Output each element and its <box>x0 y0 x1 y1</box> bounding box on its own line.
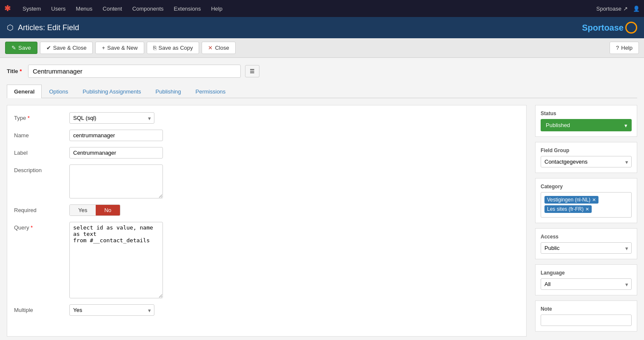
save-close-button[interactable]: ✔ Save & Close <box>40 42 93 54</box>
access-select[interactable]: Public Registered Special <box>541 242 632 254</box>
save-label: Save <box>18 45 31 51</box>
note-card: Note <box>535 300 637 332</box>
tab-options[interactable]: Options <box>42 85 75 98</box>
nav-users[interactable]: Users <box>46 0 71 17</box>
save-copy-label: Save as Copy <box>159 45 193 51</box>
tabs: General Options Publishing Assignments P… <box>7 85 637 98</box>
label-label: Label <box>14 147 65 156</box>
external-link-icon: ↗ <box>623 6 628 12</box>
status-button[interactable]: Published <box>541 119 632 131</box>
tab-permissions[interactable]: Permissions <box>188 85 233 98</box>
puzzle-icon: ⬡ <box>7 23 14 32</box>
topbar: ✱ System Users Menus Content Components … <box>0 0 644 17</box>
query-label: Query <box>14 222 65 231</box>
type-select-wrapper: SQL (sql) <box>69 112 154 124</box>
header-bar: ⬡ Articles: Edit Field Sportoase <box>0 17 644 38</box>
language-label: Language <box>541 270 632 276</box>
status-field-label: Status <box>541 110 632 116</box>
language-select[interactable]: All <box>541 278 632 290</box>
form-section: Type SQL (sql) Name Label Description <box>7 105 527 337</box>
tab-publishing-assignments[interactable]: Publishing Assignments <box>75 85 148 98</box>
required-yes-button[interactable]: Yes <box>70 205 96 215</box>
site-link[interactable]: Sportoase ↗ <box>596 6 628 12</box>
save-copy-button[interactable]: ⎘ Save as Copy <box>147 42 199 54</box>
name-label: Name <box>14 130 65 139</box>
title-row: Title * ☰ <box>7 65 637 78</box>
save-new-label: Save & New <box>107 45 138 51</box>
close-icon: ✕ <box>208 45 213 51</box>
multiple-row: Multiple Yes No <box>14 304 519 316</box>
main-content: Title * ☰ General Options Publishing Ass… <box>0 58 644 340</box>
category-tag-lessites-close[interactable]: ✕ <box>585 207 589 212</box>
nav-help[interactable]: Help <box>206 0 228 17</box>
name-row: Name <box>14 130 519 141</box>
help-label: Help <box>621 45 633 51</box>
nav-extensions[interactable]: Extensions <box>169 0 206 17</box>
save-new-button[interactable]: + Save & New <box>95 42 144 54</box>
sidebar-section: Status Published Field Group Contactgege… <box>535 105 637 337</box>
language-card-body: Language All <box>536 265 637 295</box>
description-label: Description <box>14 164 65 173</box>
title-input[interactable] <box>28 65 241 78</box>
tab-publishing[interactable]: Publishing <box>148 85 188 98</box>
multiple-label: Multiple <box>14 304 65 313</box>
tab-general[interactable]: General <box>7 85 42 98</box>
save-close-label: Save & Close <box>53 45 87 51</box>
required-label: Required <box>14 204 65 213</box>
help-button[interactable]: ? Help <box>610 42 639 54</box>
query-row: Query select id as value, name as text f… <box>14 222 519 298</box>
save-button[interactable]: ✎ Save <box>5 42 37 54</box>
brand-circle <box>625 22 637 34</box>
multiple-select[interactable]: Yes No <box>69 304 154 316</box>
note-label: Note <box>541 306 632 312</box>
plus-icon: + <box>102 45 105 51</box>
multiple-select-wrapper: Yes No <box>69 304 154 316</box>
nav-menus[interactable]: Menus <box>71 0 97 17</box>
label-input[interactable] <box>69 147 163 159</box>
category-tag-vestigingen: Vestigingen (nl-NL) ✕ <box>544 196 598 204</box>
brand-name: Sportoase <box>582 23 624 33</box>
toolbar: ✎ Save ✔ Save & Close + Save & New ⎘ Sav… <box>0 38 644 58</box>
category-container: Vestigingen (nl-NL) ✕ Les sites (fr-FR) … <box>541 192 632 218</box>
field-group-card-body: Field Group Contactgegevens None <box>536 142 637 173</box>
language-card: Language All <box>535 264 637 295</box>
field-group-card: Field Group Contactgegevens None <box>535 142 637 173</box>
title-label: Title * <box>7 68 24 74</box>
label-row: Label <box>14 147 519 159</box>
category-label: Category <box>541 184 632 190</box>
save-icon: ✎ <box>11 45 16 51</box>
note-input[interactable] <box>541 314 632 326</box>
access-select-wrapper: Public Registered Special <box>541 242 632 254</box>
access-card: Access Public Registered Special <box>535 228 637 259</box>
title-toggle-button[interactable]: ☰ <box>245 65 259 77</box>
type-row: Type SQL (sql) <box>14 112 519 124</box>
close-button[interactable]: ✕ Close <box>202 42 235 54</box>
field-group-select-wrapper: Contactgegevens None <box>541 156 632 167</box>
field-group-select[interactable]: Contactgegevens None <box>541 156 632 167</box>
category-card: Category Vestigingen (nl-NL) ✕ Les sites… <box>535 178 637 223</box>
topbar-right: Sportoase ↗ 👤 <box>596 6 640 12</box>
category-tag-vestigingen-close[interactable]: ✕ <box>592 198 596 202</box>
access-label: Access <box>541 234 632 240</box>
description-textarea[interactable] <box>69 164 163 198</box>
required-row: Required Yes No <box>14 204 519 216</box>
category-card-body: Category Vestigingen (nl-NL) ✕ Les sites… <box>536 178 637 223</box>
note-card-body: Note <box>536 301 637 331</box>
status-dropdown: Published <box>541 119 632 131</box>
nav-system[interactable]: System <box>17 0 46 17</box>
type-label: Type <box>14 112 65 121</box>
nav-content[interactable]: Content <box>97 0 127 17</box>
query-textarea[interactable]: select id as value, name as text from #_… <box>69 222 163 298</box>
joomla-logo: ✱ <box>4 4 11 13</box>
name-input[interactable] <box>69 130 163 141</box>
type-select[interactable]: SQL (sql) <box>69 112 154 124</box>
field-group-label: Field Group <box>541 147 632 153</box>
status-card: Status Published <box>535 105 637 137</box>
category-tag-lessites: Les sites (fr-FR) ✕ <box>544 205 592 213</box>
header-title-area: ⬡ Articles: Edit Field <box>7 23 79 32</box>
required-toggle: Yes No <box>69 204 120 216</box>
required-no-button[interactable]: No <box>96 205 120 215</box>
nav-components[interactable]: Components <box>127 0 169 17</box>
user-icon[interactable]: 👤 <box>633 6 640 12</box>
content-layout: Type SQL (sql) Name Label Description <box>7 105 637 337</box>
